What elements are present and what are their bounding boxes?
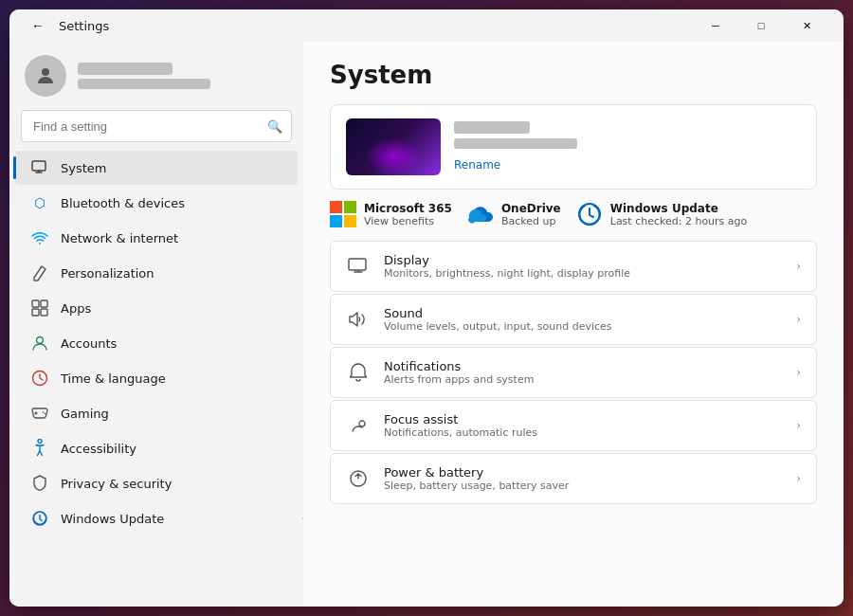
maximize-button[interactable]: □	[739, 9, 783, 42]
notifications-desc: Alerts from apps and system	[384, 373, 783, 386]
service-winupdate-sub: Last checked: 2 hours ago	[610, 215, 748, 227]
sidebar-label-apps: Apps	[61, 301, 91, 316]
sidebar-label-privacy: Privacy & security	[61, 477, 172, 491]
svg-point-11	[38, 440, 42, 444]
sound-desc: Volume levels, output, input, sound devi…	[384, 320, 783, 333]
notifications-name: Notifications	[384, 359, 783, 373]
display-text: Display Monitors, brightness, night ligh…	[384, 253, 783, 280]
rename-link[interactable]: Rename	[454, 158, 500, 172]
svg-rect-4	[41, 300, 47, 307]
sidebar-label-time: Time & language	[61, 371, 166, 386]
services-row: Microsoft 365 View benefits OneDrive Bac…	[330, 201, 817, 227]
svg-rect-1	[32, 161, 45, 171]
focus-name: Focus assist	[384, 412, 783, 426]
sidebar-item-bluetooth[interactable]: ⬡ Bluetooth & devices	[15, 186, 298, 220]
sidebar-item-accounts[interactable]: Accounts	[15, 326, 298, 360]
power-text: Power & battery Sleep, battery usage, ba…	[384, 465, 783, 492]
winupdate-service-icon	[576, 201, 603, 227]
sidebar-item-accessibility[interactable]: Accessibility	[15, 431, 298, 465]
svg-point-21	[359, 421, 365, 426]
sidebar-item-privacy[interactable]: Privacy & security	[15, 466, 298, 500]
sidebar-item-time[interactable]: Time & language	[15, 361, 298, 395]
sidebar-label-bluetooth: Bluetooth & devices	[61, 196, 185, 210]
display-desc: Monitors, brightness, night light, displ…	[384, 267, 783, 280]
red-arrow-annotation	[302, 509, 303, 528]
svg-rect-3	[32, 300, 39, 307]
hero-glow	[365, 137, 422, 175]
svg-rect-16	[344, 201, 356, 213]
windows-update-icon	[30, 509, 49, 528]
notifications-chevron: ›	[796, 366, 801, 379]
hero-image	[346, 118, 441, 175]
svg-rect-18	[344, 215, 356, 227]
sidebar-item-personalization[interactable]: Personalization	[15, 256, 298, 290]
privacy-icon	[30, 474, 49, 493]
sound-name: Sound	[384, 306, 783, 320]
search-icon: 🔍	[267, 119, 282, 134]
sound-text: Sound Volume levels, output, input, soun…	[384, 306, 783, 333]
power-icon	[346, 466, 371, 491]
settings-item-power[interactable]: Power & battery Sleep, battery usage, ba…	[330, 453, 817, 504]
back-button[interactable]: ←	[25, 12, 51, 39]
service-onedrive-sub: Backed up	[501, 215, 561, 227]
sound-icon	[346, 307, 371, 332]
service-ms365-sub: View benefits	[364, 215, 452, 227]
service-winupdate: Windows Update Last checked: 2 hours ago	[576, 201, 748, 227]
service-onedrive-text: OneDrive Backed up	[501, 202, 561, 227]
apps-icon	[30, 299, 49, 317]
svg-point-10	[45, 413, 46, 415]
minimize-button[interactable]: ─	[694, 9, 737, 42]
system-icon	[30, 158, 49, 177]
service-ms365-name: Microsoft 365	[364, 202, 452, 215]
service-winupdate-text: Windows Update Last checked: 2 hours ago	[610, 202, 748, 227]
gaming-icon	[30, 404, 49, 423]
svg-point-7	[37, 337, 44, 344]
settings-window: ← Settings ─ □ ✕	[9, 9, 844, 607]
nav-list: System ⬡ Bluetooth & devices Network & i…	[9, 150, 303, 536]
search-input[interactable]	[21, 110, 292, 142]
sound-chevron: ›	[796, 313, 801, 326]
display-icon	[346, 254, 371, 279]
settings-item-sound[interactable]: Sound Volume levels, output, input, soun…	[330, 294, 817, 345]
sidebar-user	[9, 42, 303, 106]
power-chevron: ›	[796, 472, 801, 485]
sidebar-label-windows-update: Windows Update	[61, 512, 164, 526]
accounts-icon	[30, 334, 49, 353]
search-box: 🔍	[21, 110, 292, 142]
personalization-icon	[30, 263, 49, 282]
settings-item-display[interactable]: Display Monitors, brightness, night ligh…	[330, 241, 817, 292]
sidebar-label-personalization: Personalization	[61, 266, 154, 281]
bluetooth-icon: ⬡	[30, 193, 49, 212]
svg-rect-5	[32, 309, 39, 316]
power-name: Power & battery	[384, 465, 783, 480]
focus-text: Focus assist Notifications, automatic ru…	[384, 412, 783, 439]
svg-rect-6	[41, 309, 47, 316]
hero-name-bar	[454, 121, 530, 134]
settings-list: Display Monitors, brightness, night ligh…	[330, 241, 817, 504]
sidebar-label-accounts: Accounts	[61, 336, 117, 351]
settings-item-focus[interactable]: Focus assist Notifications, automatic ru…	[330, 400, 817, 451]
notifications-text: Notifications Alerts from apps and syste…	[384, 359, 783, 386]
page-title: System	[330, 61, 817, 89]
ms365-icon	[330, 201, 356, 227]
main-content: System Rename	[303, 42, 844, 607]
service-onedrive-name: OneDrive	[501, 202, 561, 215]
sidebar-item-gaming[interactable]: Gaming	[15, 396, 298, 430]
display-chevron: ›	[796, 260, 801, 273]
svg-rect-15	[330, 201, 342, 213]
onedrive-icon	[467, 201, 494, 227]
sidebar-item-system[interactable]: System	[15, 151, 298, 185]
svg-rect-17	[330, 215, 342, 227]
notifications-icon	[346, 360, 371, 385]
hero-card: Rename	[330, 104, 817, 190]
titlebar-controls: ─ □ ✕	[694, 9, 828, 42]
sidebar-item-network[interactable]: Network & internet	[15, 221, 298, 255]
settings-item-notifications[interactable]: Notifications Alerts from apps and syste…	[330, 347, 817, 398]
hero-info: Rename	[454, 121, 801, 172]
sidebar: 🔍 System ⬡ Bluetooth & devices	[9, 42, 303, 607]
close-button[interactable]: ✕	[785, 9, 828, 42]
sidebar-item-windows-update[interactable]: Windows Update	[15, 501, 298, 535]
sidebar-item-apps[interactable]: Apps	[15, 291, 298, 325]
time-icon	[30, 369, 49, 388]
power-desc: Sleep, battery usage, battery saver	[384, 480, 783, 492]
